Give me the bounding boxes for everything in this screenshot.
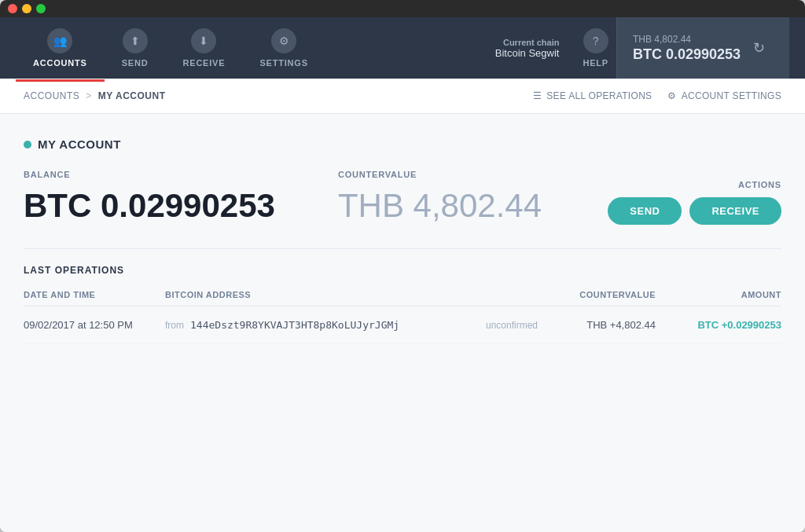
breadcrumb-accounts[interactable]: ACCOUNTS bbox=[24, 90, 79, 101]
account-header: MY ACCOUNT bbox=[24, 138, 781, 151]
divider bbox=[24, 248, 781, 249]
from-label: from bbox=[165, 320, 184, 331]
account-settings-button[interactable]: ⚙ ACCOUNT SETTINGS bbox=[667, 90, 781, 101]
table-header: DATE AND TIME BITCOIN ADDRESS COUNTERVAL… bbox=[24, 290, 781, 306]
nav-item-accounts[interactable]: 👥 ACCOUNTS bbox=[16, 28, 105, 68]
row-address: from 144eDszt9R8YKVAJT3HT8p8KoLUJyrJGMj bbox=[165, 319, 443, 331]
balance-display: THB 4,802.44 BTC 0.02990253 ↻ bbox=[616, 17, 789, 79]
current-chain: Current chain Bitcoin Segwit bbox=[495, 38, 560, 59]
account-status-dot bbox=[24, 141, 31, 149]
operations-title: LAST OPERATIONS bbox=[24, 265, 781, 276]
send-button[interactable]: SEND bbox=[608, 197, 682, 225]
account-name: MY ACCOUNT bbox=[38, 138, 121, 151]
help-icon: ? bbox=[583, 28, 608, 53]
list-icon: ☰ bbox=[533, 90, 542, 101]
nav-item-receive[interactable]: ⬇ RECEIVE bbox=[166, 28, 243, 68]
close-button[interactable] bbox=[8, 4, 17, 13]
balance-prefix: BTC bbox=[24, 187, 101, 224]
countervalue-big: THB 4,802.44 bbox=[338, 187, 542, 225]
nav-item-settings[interactable]: ⚙ SETTINGS bbox=[242, 28, 325, 68]
actions-col: ACTIONS SEND RECEIVE bbox=[608, 180, 781, 225]
col-header-amount: AMOUNT bbox=[656, 290, 781, 299]
minimize-button[interactable] bbox=[22, 4, 31, 13]
breadcrumb: ACCOUNTS > MY ACCOUNT bbox=[24, 90, 533, 101]
nav-items: 👥 ACCOUNTS ⬆ SEND ⬇ RECEIVE ⚙ SETTINGS bbox=[16, 28, 325, 68]
receive-label: RECEIVE bbox=[183, 58, 226, 68]
app-window: 👥 ACCOUNTS ⬆ SEND ⬇ RECEIVE ⚙ SETTINGS C… bbox=[0, 0, 805, 532]
settings-icon: ⚙ bbox=[271, 28, 296, 53]
receive-button[interactable]: RECEIVE bbox=[689, 197, 781, 225]
maximize-button[interactable] bbox=[36, 4, 46, 13]
navbar: 👥 ACCOUNTS ⬆ SEND ⬇ RECEIVE ⚙ SETTINGS C… bbox=[0, 17, 805, 79]
breadcrumb-bar: ACCOUNTS > MY ACCOUNT ☰ SEE ALL OPERATIO… bbox=[0, 79, 805, 114]
bitcoin-address[interactable]: 144eDszt9R8YKVAJT3HT8p8KoLUJyrJGMj bbox=[190, 319, 399, 331]
countervalue-col: COUNTERVALUE THB 4,802.44 bbox=[338, 170, 542, 225]
refresh-icon[interactable]: ↻ bbox=[753, 39, 765, 57]
balance-col-label: BALANCE bbox=[24, 170, 275, 179]
receive-icon: ⬇ bbox=[191, 28, 216, 53]
nav-item-send[interactable]: ⬆ SEND bbox=[105, 28, 166, 68]
gear-icon: ⚙ bbox=[667, 90, 676, 101]
balance-text: THB 4,802.44 BTC 0.02990253 bbox=[633, 34, 741, 63]
row-date: 09/02/2017 at 12:50 PM bbox=[24, 319, 165, 331]
help-button[interactable]: ? HELP bbox=[575, 28, 616, 68]
settings-label: SETTINGS bbox=[259, 58, 307, 68]
titlebar bbox=[0, 0, 805, 17]
col-header-address: BITCOIN ADDRESS bbox=[165, 290, 443, 299]
see-all-operations-label: SEE ALL OPERATIONS bbox=[546, 90, 652, 101]
accounts-icon: 👥 bbox=[47, 28, 72, 53]
col-header-date: DATE AND TIME bbox=[24, 290, 165, 299]
balance-col: BALANCE BTC 0.02990253 bbox=[24, 170, 275, 225]
accounts-label: ACCOUNTS bbox=[33, 58, 87, 68]
main-content: MY ACCOUNT BALANCE BTC 0.02990253 COUNTE… bbox=[0, 114, 805, 532]
send-icon: ⬆ bbox=[123, 28, 148, 53]
help-label: HELP bbox=[583, 58, 608, 68]
row-status: unconfirmed bbox=[443, 320, 538, 331]
balance-big: BTC 0.02990253 bbox=[24, 187, 275, 225]
col-header-countervalue: COUNTERVALUE bbox=[538, 290, 656, 299]
row-countervalue: THB +4,802.44 bbox=[538, 319, 656, 331]
action-buttons: SEND RECEIVE bbox=[608, 197, 781, 225]
actions-col-label: ACTIONS bbox=[738, 180, 781, 189]
navbar-balance-thb: THB 4,802.44 bbox=[633, 34, 741, 45]
breadcrumb-separator: > bbox=[86, 90, 92, 101]
current-chain-value: Bitcoin Segwit bbox=[495, 47, 560, 59]
account-settings-label: ACCOUNT SETTINGS bbox=[682, 90, 781, 101]
send-label: SEND bbox=[122, 58, 149, 68]
balance-section: BALANCE BTC 0.02990253 COUNTERVALUE THB … bbox=[24, 170, 781, 225]
breadcrumb-current: MY ACCOUNT bbox=[98, 90, 166, 101]
balance-value: 0.02990253 bbox=[101, 187, 275, 224]
navbar-balance-btc-value: 0.02990253 bbox=[666, 46, 741, 62]
navbar-balance-btc: BTC 0.02990253 bbox=[633, 46, 741, 63]
see-all-operations-button[interactable]: ☰ SEE ALL OPERATIONS bbox=[533, 90, 652, 101]
breadcrumb-actions: ☰ SEE ALL OPERATIONS ⚙ ACCOUNT SETTINGS bbox=[533, 90, 781, 101]
navbar-balance-btc-prefix: BTC bbox=[633, 46, 666, 62]
row-amount: BTC +0.02990253 bbox=[656, 319, 781, 331]
table-row: 09/02/2017 at 12:50 PM from 144eDszt9R8Y… bbox=[24, 306, 781, 344]
nav-right: Current chain Bitcoin Segwit ? HELP bbox=[495, 28, 616, 68]
countervalue-col-label: COUNTERVALUE bbox=[338, 170, 542, 179]
current-chain-label: Current chain bbox=[503, 38, 560, 47]
